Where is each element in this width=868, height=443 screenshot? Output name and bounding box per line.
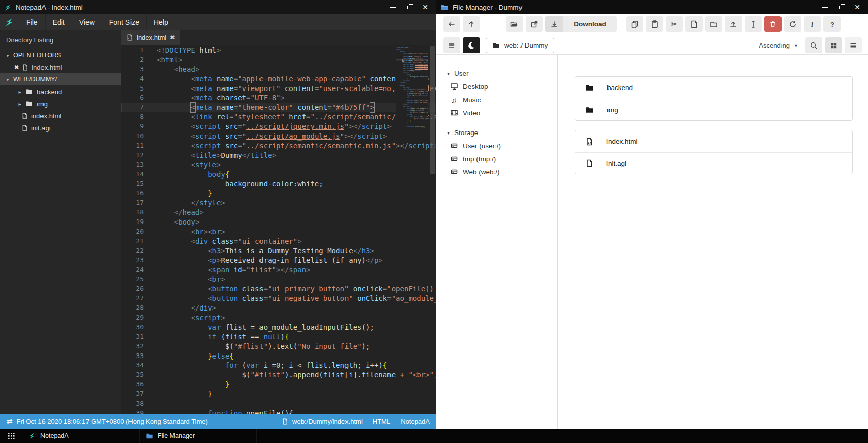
status-filepath[interactable]: web:/Dummy/index.html: [292, 418, 363, 425]
code-line-6[interactable]: 6 <meta charset="UTF-8">: [121, 93, 436, 103]
file-row-img[interactable]: img: [575, 99, 852, 120]
code-line-19[interactable]: 19 <body>: [121, 217, 436, 227]
breadcrumb[interactable]: web: / Dummy: [486, 38, 554, 53]
menu-button[interactable]: [443, 37, 460, 53]
back-button[interactable]: [443, 16, 460, 32]
minimize-button[interactable]: [389, 4, 397, 11]
taskbar-item-file-manager[interactable]: File Manager: [140, 429, 257, 443]
restore-button[interactable]: [838, 4, 845, 11]
sort-dropdown[interactable]: Ascending ▼: [759, 41, 798, 49]
close-button[interactable]: ✕: [854, 4, 861, 11]
sidebar-item-web-web-[interactable]: Web (web:/): [436, 165, 557, 179]
chevron-right-icon[interactable]: ▸: [17, 89, 22, 95]
sidebar-section-storage[interactable]: ▾Storage: [436, 126, 557, 139]
sidebar-item-desktop[interactable]: Desktop: [436, 80, 557, 93]
tree-item-img[interactable]: ▸img: [0, 98, 121, 110]
code-line-34[interactable]: 34 for (var i =0; i < flist.length; i++)…: [121, 361, 436, 370]
file-row-index-html[interactable]: index.html: [575, 130, 852, 152]
code-line-8[interactable]: 8 <link rel="stylesheet" href="../script…: [121, 112, 436, 122]
restore-button[interactable]: [406, 4, 413, 11]
tree-section-web-dummy-[interactable]: ▾WEB:/DUMMY/: [0, 73, 121, 85]
code-line-17[interactable]: 17 </style>: [121, 198, 436, 208]
help-button[interactable]: ?: [823, 16, 841, 32]
sidebar-item-music[interactable]: ♫Music: [436, 93, 557, 106]
taskbar-item-notepada[interactable]: NotepadA: [22, 429, 140, 443]
chevron-right-icon[interactable]: ▸: [17, 101, 22, 107]
file-row-init-agi[interactable]: init.agi: [575, 152, 852, 174]
code-line-11[interactable]: 11 <script src="../script/semantic/seman…: [121, 141, 436, 151]
code-line-4[interactable]: 4 <meta name="apple-mobile-web-app-capab…: [121, 74, 436, 84]
code-line-16[interactable]: 16 }: [121, 189, 436, 198]
code-line-9[interactable]: 9 <script src="../script/jquery.min.js">…: [121, 122, 436, 131]
editor-pane[interactable]: index.html ✖ 1<!DOCTYPE html>2<html>3 <h…: [121, 30, 436, 429]
code-line-25[interactable]: 25 <br>: [121, 275, 436, 284]
tab-close-icon[interactable]: ✖: [170, 34, 175, 41]
tree-item-index-html[interactable]: ✖index.html: [0, 61, 121, 73]
file-row-backend[interactable]: backend: [575, 77, 852, 99]
menu-file[interactable]: File: [19, 14, 46, 30]
tab-index-html[interactable]: index.html ✖: [121, 30, 180, 45]
code-line-28[interactable]: 28 </div>: [121, 303, 436, 313]
code-line-26[interactable]: 26 <button class="ui primary button" onc…: [121, 284, 436, 294]
apps-menu-button[interactable]: [0, 429, 22, 443]
up-button[interactable]: [463, 16, 480, 32]
search-button[interactable]: [805, 37, 822, 53]
code-line-22[interactable]: 22 <h3>This is a Dummy Testing Module</h…: [121, 246, 436, 256]
close-icon[interactable]: ✖: [14, 64, 19, 71]
properties-button[interactable]: i: [804, 16, 821, 32]
code-line-27[interactable]: 27 <button class="ui negative button" on…: [121, 294, 436, 303]
code-line-10[interactable]: 10 <script src="../script/ao_module.js">…: [121, 131, 436, 141]
code-line-20[interactable]: 20 <br><br>: [121, 227, 436, 237]
code-line-5[interactable]: 5 <meta name="viewport" content="user-sc…: [121, 84, 436, 94]
menu-font-size[interactable]: Font Size: [102, 14, 147, 30]
code-line-32[interactable]: 32 $("#flist").text("No input file");: [121, 342, 436, 351]
rename-button[interactable]: [745, 16, 762, 32]
paste-button[interactable]: [646, 16, 663, 32]
code-line-35[interactable]: 35 $("#flist").append(flist[i].filename …: [121, 370, 436, 380]
open-external-button[interactable]: [526, 16, 543, 32]
grid-view-button[interactable]: [825, 37, 842, 53]
new-folder-button[interactable]: [705, 16, 722, 32]
cut-button[interactable]: ✂: [666, 16, 683, 32]
code-line-2[interactable]: 2<html>: [121, 55, 436, 65]
code-line-38[interactable]: 38: [121, 399, 436, 409]
menu-help[interactable]: Help: [147, 14, 176, 30]
menu-view[interactable]: View: [72, 14, 102, 30]
minimize-button[interactable]: [821, 4, 829, 11]
code-line-23[interactable]: 23 <p>Received drag-in filelist (if any)…: [121, 256, 436, 265]
list-view-button[interactable]: [845, 37, 862, 53]
open-button[interactable]: [506, 16, 523, 32]
status-language[interactable]: HTML: [373, 418, 390, 425]
download-button[interactable]: Download: [545, 16, 617, 32]
code-line-1[interactable]: 1<!DOCTYPE html>: [121, 46, 436, 55]
refresh-button[interactable]: [784, 16, 801, 32]
tree-section-open-editors[interactable]: ▾OPEN EDITORS: [0, 49, 121, 61]
code-line-36[interactable]: 36 }: [121, 380, 436, 389]
minimap[interactable]: 1<!DOCTYPE html>2<html>3 <head>4 <meta n…: [396, 47, 428, 129]
new-file-button[interactable]: [685, 16, 703, 32]
code-line-30[interactable]: 30 var flist = ao_module_loadInputFiles(…: [121, 323, 436, 332]
sidebar-item-video[interactable]: Video: [436, 106, 557, 119]
code-line-13[interactable]: 13 <style>: [121, 160, 436, 170]
tree-item-init-agi[interactable]: init.agi: [0, 122, 121, 134]
code-line-31[interactable]: 31 if (flist == null){: [121, 332, 436, 342]
code-line-21[interactable]: 21 <div class="ui container">: [121, 237, 436, 246]
tree-item-index-html[interactable]: index.html: [0, 110, 121, 122]
menu-edit[interactable]: Edit: [46, 14, 72, 30]
code-line-33[interactable]: 33 }else{: [121, 351, 436, 361]
theme-toggle-button[interactable]: [463, 37, 480, 53]
editor-scrollbar[interactable]: [429, 45, 436, 429]
code-area[interactable]: 1<!DOCTYPE html>2<html>3 <head>4 <meta n…: [121, 45, 436, 429]
sidebar-section-user[interactable]: ▾User: [436, 67, 557, 80]
code-line-3[interactable]: 3 <head>: [121, 65, 436, 74]
code-line-12[interactable]: 12 <title>Dummy</title>: [121, 151, 436, 160]
delete-button[interactable]: [764, 16, 782, 32]
code-line-24[interactable]: 24 <span id="flist"></span>: [121, 265, 436, 275]
close-button[interactable]: ✕: [422, 4, 429, 11]
code-line-15[interactable]: 15 background-color:white;: [121, 179, 436, 189]
sidebar-item-user-user-[interactable]: User (user:/): [436, 139, 557, 152]
code-line-7[interactable]: 7 <meta name="theme-color" content="#4b7…: [121, 103, 436, 112]
tree-item-backend[interactable]: ▸backend: [0, 85, 121, 98]
code-line-37[interactable]: 37 }: [121, 389, 436, 399]
copy-button[interactable]: [626, 16, 643, 32]
